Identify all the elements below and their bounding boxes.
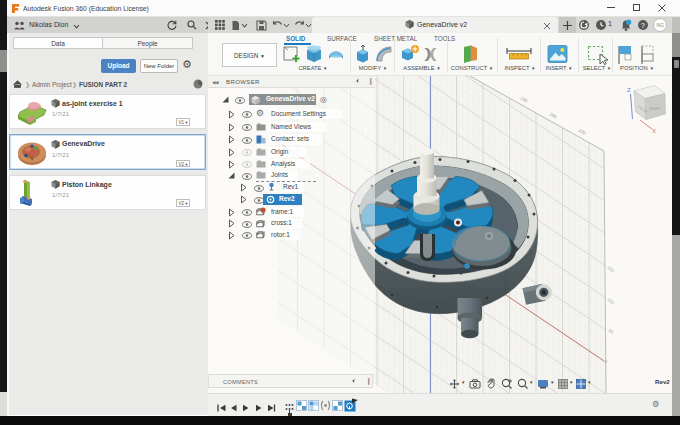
svg-text:X: X <box>652 128 656 134</box>
svg-text:?: ? <box>641 21 645 30</box>
svg-text:RIGHT: RIGHT <box>650 107 660 111</box>
svg-text:Z: Z <box>627 87 631 93</box>
